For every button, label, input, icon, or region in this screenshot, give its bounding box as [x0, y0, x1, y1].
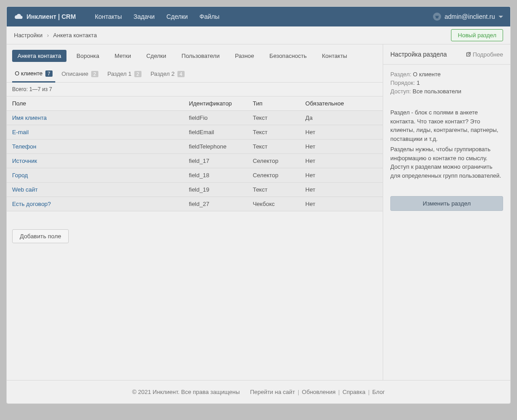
nav-contacts[interactable]: Контакты [95, 13, 122, 20]
cloud-icon [14, 13, 23, 20]
cell-type: Текст [247, 111, 300, 125]
cell-field[interactable]: Есть договор? [7, 197, 183, 211]
tab-misc[interactable]: Разное [230, 50, 260, 62]
cell-required: Нет [300, 154, 383, 168]
tab-security[interactable]: Безопасность [264, 50, 312, 62]
tab-sdelki[interactable]: Сделки [141, 50, 172, 62]
svg-rect-1 [435, 16, 439, 17]
edit-section-button[interactable]: Изменить раздел [390, 196, 503, 211]
user-email: admin@inclient.ru [445, 13, 495, 20]
cell-required: Нет [300, 183, 383, 197]
subtab-section2[interactable]: Раздел 2 4 [148, 66, 187, 82]
cell-id: fieldEmail [183, 125, 247, 140]
cell-type: Селектор [247, 154, 300, 168]
subtab-section1[interactable]: Раздел 1 2 [105, 66, 144, 82]
subtab-label: О клиенте [15, 70, 43, 77]
kv-section: Раздел: О клиенте [390, 71, 503, 78]
cell-id: fieldFio [183, 111, 247, 125]
subtab-label: Описание [62, 70, 88, 77]
footer-help[interactable]: Справка [342, 389, 365, 395]
cell-field[interactable]: Телефон [7, 140, 183, 154]
col-required: Обязательное [300, 96, 383, 111]
breadcrumb-bar: Настройки › Анкета контакта Новый раздел [7, 26, 510, 44]
tab-metki[interactable]: Метки [109, 50, 137, 62]
fields-table: Поле Идентификатор Тип Обязательное Имя … [7, 96, 383, 211]
footer: © 2021 Инклиент. Все права защищены Пере… [7, 380, 510, 403]
kv-access: Доступ: Все пользователи [390, 88, 503, 95]
tab-users[interactable]: Пользователи [176, 50, 225, 62]
brand-text: Инклиент | CRM [27, 13, 76, 20]
col-id: Идентификатор [183, 96, 247, 111]
cell-id: field_18 [183, 168, 247, 183]
main-panel: Анкета контакта Воронка Метки Сделки Пол… [7, 44, 383, 380]
details-label: Подробнее [473, 51, 503, 58]
table-row: Есть договор?field_27ЧекбоксНет [7, 197, 383, 211]
col-type: Тип [247, 96, 300, 111]
side-desc1: Раздел - блок с полями в анкете контакта… [390, 108, 503, 143]
footer-blog[interactable]: Блог [372, 389, 385, 395]
cell-id: field_17 [183, 154, 247, 168]
tab-voronka[interactable]: Воронка [71, 50, 105, 62]
footer-site[interactable]: Перейти на сайт [250, 389, 295, 395]
cell-id: field_27 [183, 197, 247, 211]
tab-anketa[interactable]: Анкета контакта [12, 50, 66, 62]
nav-files[interactable]: Файлы [199, 13, 219, 20]
settings-tabs: Анкета контакта Воронка Метки Сделки Пол… [7, 44, 383, 62]
kv-order: Порядок: 1 [390, 79, 503, 86]
side-title: Настройка раздела [390, 51, 447, 58]
table-row: ТелефонfieldTelephoneТекстНет [7, 140, 383, 154]
chevron-right-icon: › [47, 32, 49, 39]
cell-id: fieldTelephone [183, 140, 247, 154]
side-desc2: Разделы нужны, чтобы группировать информ… [390, 145, 503, 180]
cell-type: Чекбокс [247, 197, 300, 211]
user-icon [433, 13, 441, 21]
cell-id: field_19 [183, 183, 247, 197]
col-field: Поле [7, 96, 183, 111]
cell-field[interactable]: Web сайт [7, 183, 183, 197]
subtab-badge: 4 [177, 71, 185, 77]
side-panel: Настройка раздела Подробнее Раздел: О кл… [383, 44, 510, 380]
tab-contacts[interactable]: Контакты [317, 50, 353, 62]
cell-field[interactable]: E-mail [7, 125, 183, 140]
details-link[interactable]: Подробнее [466, 51, 503, 58]
table-row: E-mailfieldEmailТекстНет [7, 125, 383, 140]
nav-deals[interactable]: Сделки [166, 13, 188, 20]
nav-tasks[interactable]: Задачи [133, 13, 155, 20]
subtab-label: Раздел 1 [107, 70, 132, 77]
user-menu[interactable]: admin@inclient.ru [433, 13, 503, 21]
cell-required: Нет [300, 125, 383, 140]
brand[interactable]: Инклиент | CRM [14, 13, 76, 20]
result-count: Всего: 1—7 из 7 [7, 83, 383, 96]
cell-type: Текст [247, 125, 300, 140]
footer-copy: © 2021 Инклиент. Все права защищены [132, 389, 240, 395]
subtab-label: Раздел 2 [150, 70, 175, 77]
subtab-badge: 7 [45, 70, 53, 77]
cell-required: Да [300, 111, 383, 125]
cell-field[interactable]: Город [7, 168, 183, 183]
caret-down-icon [499, 16, 503, 18]
section-tabs: О клиенте 7 Описание 2 Раздел 1 2 Раздел… [7, 66, 383, 83]
cell-field[interactable]: Источник [7, 154, 183, 168]
table-row: Источникfield_17СелекторНет [7, 154, 383, 168]
table-row: Имя клиентаfieldFioТекстДа [7, 111, 383, 125]
table-row: Web сайтfield_19ТекстНет [7, 183, 383, 197]
crumb-root[interactable]: Настройки [14, 32, 43, 39]
cell-required: Нет [300, 140, 383, 154]
footer-updates[interactable]: Обновления [302, 389, 336, 395]
crumb-current: Анкета контакта [53, 32, 97, 39]
subtab-badge: 2 [134, 71, 141, 77]
cell-field[interactable]: Имя клиента [7, 111, 183, 125]
cell-required: Нет [300, 168, 383, 183]
subtab-badge: 2 [91, 71, 98, 77]
subtab-client[interactable]: О клиенте 7 [12, 66, 55, 83]
add-field-button[interactable]: Добавить поле [12, 229, 69, 243]
table-header-row: Поле Идентификатор Тип Обязательное [7, 96, 383, 111]
topbar: Инклиент | CRM Контакты Задачи Сделки Фа… [7, 7, 510, 26]
new-section-button[interactable]: Новый раздел [451, 29, 503, 41]
top-nav: Контакты Задачи Сделки Файлы [95, 13, 220, 20]
table-row: Городfield_18СелекторНет [7, 168, 383, 183]
breadcrumb: Настройки › Анкета контакта [14, 32, 97, 39]
cell-type: Текст [247, 183, 300, 197]
side-header: Настройка раздела Подробнее [383, 44, 510, 65]
subtab-description[interactable]: Описание 2 [59, 66, 101, 82]
